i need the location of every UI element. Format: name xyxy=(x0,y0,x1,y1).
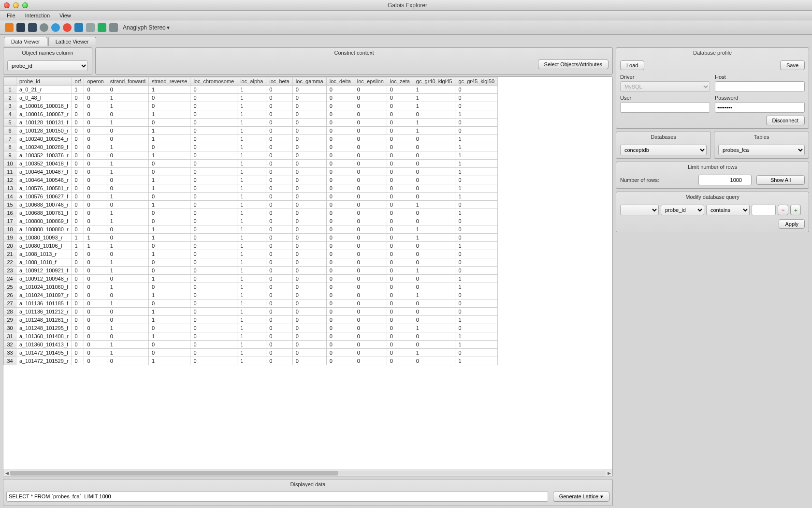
cell[interactable]: 1 xyxy=(107,119,148,127)
cell[interactable]: 0 xyxy=(107,316,148,324)
cell[interactable]: 1 xyxy=(413,127,455,135)
cell[interactable]: 1 xyxy=(149,201,190,209)
cell[interactable]: 0 xyxy=(354,341,387,349)
cell[interactable]: 0 xyxy=(190,217,237,225)
cell[interactable]: 0 xyxy=(455,324,498,332)
cell[interactable]: 0 xyxy=(72,250,84,258)
cell[interactable]: 0 xyxy=(455,94,498,102)
cell[interactable]: 0 xyxy=(266,299,293,308)
cell[interactable]: 0 xyxy=(72,267,84,275)
cell[interactable]: 1 xyxy=(413,349,455,357)
cell[interactable]: 0 xyxy=(326,86,354,94)
cell[interactable]: 0 xyxy=(326,234,354,242)
cell[interactable]: 0 xyxy=(84,267,107,275)
table-row[interactable]: 23a_100912_100921_f0010010000010 xyxy=(4,267,498,275)
column-header[interactable]: probe_id xyxy=(16,77,72,86)
cell[interactable]: 1 xyxy=(84,242,107,250)
cell[interactable]: 1 xyxy=(237,94,266,102)
cell[interactable]: 0 xyxy=(413,110,455,119)
cell[interactable]: 0 xyxy=(72,299,84,308)
cell[interactable]: 0 xyxy=(354,267,387,275)
cell[interactable]: a_101136_101212_r xyxy=(16,308,72,316)
cell[interactable]: 0 xyxy=(84,143,107,151)
cell[interactable]: 0 xyxy=(266,135,293,143)
cell[interactable]: 0 xyxy=(72,217,84,225)
table-row[interactable]: 34a_101472_101529_r0001010000001 xyxy=(4,357,498,365)
cell[interactable]: 1 xyxy=(237,102,266,110)
cell[interactable]: 0 xyxy=(84,176,107,184)
cell[interactable]: 0 xyxy=(326,94,354,102)
cell[interactable]: 1 xyxy=(237,168,266,176)
cell[interactable]: 0 xyxy=(190,316,237,324)
cell[interactable]: 1 xyxy=(237,242,266,250)
cell[interactable]: 0 xyxy=(354,250,387,258)
cell[interactable]: a_100688_100761_f xyxy=(16,209,72,217)
cell[interactable]: 1 xyxy=(237,275,266,283)
tool-icon-9[interactable] xyxy=(98,23,106,32)
cell[interactable]: 0 xyxy=(72,291,84,299)
cell[interactable]: 0 xyxy=(72,225,84,234)
cell[interactable]: 0 xyxy=(266,324,293,332)
cell[interactable]: 1 xyxy=(455,168,498,176)
cell[interactable]: 0 xyxy=(72,349,84,357)
column-header[interactable]: operon xyxy=(84,77,107,86)
column-header[interactable]: loc_chromosome xyxy=(190,77,237,86)
tool-icon-4[interactable] xyxy=(40,23,48,32)
table-row[interactable]: 26a_101024_101097_r0001010000010 xyxy=(4,291,498,299)
cell[interactable]: 0 xyxy=(190,275,237,283)
cell[interactable]: 1 xyxy=(107,143,148,151)
cell[interactable]: 0 xyxy=(190,250,237,258)
cell[interactable]: 0 xyxy=(354,143,387,151)
cell[interactable]: 0 xyxy=(326,151,354,160)
cell[interactable]: 0 xyxy=(190,119,237,127)
menu-file[interactable]: File xyxy=(3,12,19,19)
cell[interactable]: 0 xyxy=(326,135,354,143)
cell[interactable]: 0 xyxy=(190,151,237,160)
cell[interactable]: 0 xyxy=(190,184,237,193)
cell[interactable]: a_101024_101097_r xyxy=(16,291,72,299)
table-row[interactable]: 28a_101136_101212_r0001010000000 xyxy=(4,308,498,316)
cell[interactable]: 0 xyxy=(107,357,148,365)
cell[interactable]: 0 xyxy=(149,102,190,110)
cell[interactable]: 0 xyxy=(387,242,413,250)
column-header[interactable]: loc_delta xyxy=(326,77,354,86)
cell[interactable]: 1 xyxy=(149,151,190,160)
cell[interactable]: 0 xyxy=(266,258,293,267)
cell[interactable]: 0 xyxy=(354,168,387,176)
table-row[interactable]: 24a_100912_100948_r0001010000001 xyxy=(4,275,498,283)
cell[interactable]: 0 xyxy=(149,283,190,291)
cell[interactable]: 0 xyxy=(387,135,413,143)
cell[interactable]: 0 xyxy=(149,143,190,151)
cell[interactable]: 0 xyxy=(266,143,293,151)
cell[interactable]: 0 xyxy=(266,341,293,349)
table-row[interactable]: 1a_0_21_r1001010000010 xyxy=(4,86,498,94)
cell[interactable]: 0 xyxy=(72,127,84,135)
cell[interactable]: 0 xyxy=(387,184,413,193)
cell[interactable]: 0 xyxy=(354,291,387,299)
remove-condition-button[interactable]: − xyxy=(778,205,788,215)
cell[interactable]: 0 xyxy=(292,242,326,250)
cell[interactable]: 0 xyxy=(266,151,293,160)
cell[interactable]: 1 xyxy=(237,267,266,275)
cell[interactable]: 0 xyxy=(84,225,107,234)
cell[interactable]: 0 xyxy=(266,242,293,250)
cell[interactable]: 1 xyxy=(84,234,107,242)
cell[interactable]: 0 xyxy=(455,267,498,275)
cell[interactable]: 1 xyxy=(72,234,84,242)
cell[interactable]: 0 xyxy=(72,283,84,291)
cell[interactable]: 0 xyxy=(107,184,148,193)
cell[interactable]: 1 xyxy=(455,316,498,324)
cell[interactable]: 0 xyxy=(149,193,190,201)
cell[interactable]: 0 xyxy=(354,258,387,267)
cell[interactable]: 0 xyxy=(266,275,293,283)
cell[interactable]: 0 xyxy=(266,349,293,357)
cell[interactable]: 1 xyxy=(149,357,190,365)
cell[interactable]: 1 xyxy=(149,275,190,283)
cell[interactable]: 1 xyxy=(237,176,266,184)
cell[interactable]: 0 xyxy=(326,201,354,209)
tool-icon-8[interactable] xyxy=(86,23,95,32)
cell[interactable]: 0 xyxy=(292,283,326,291)
table-row[interactable]: 30a_101248_101295_f0010010000010 xyxy=(4,324,498,332)
cell[interactable]: 0 xyxy=(292,316,326,324)
cell[interactable]: 0 xyxy=(190,193,237,201)
